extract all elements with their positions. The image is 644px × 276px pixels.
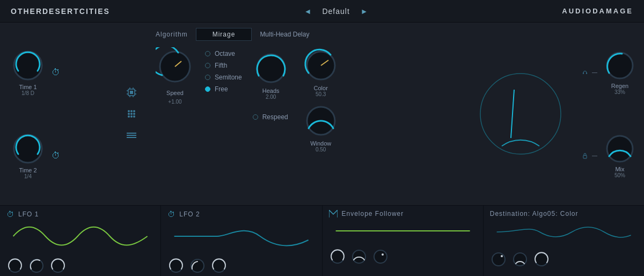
regen-knob-container: Regen 33% [604, 49, 636, 95]
lfo2-knob2[interactable] [189, 257, 206, 274]
regen-value: 33% [614, 89, 625, 95]
svg-line-31 [511, 90, 514, 138]
time1-row: Time 1 1/8 D ⏱ [11, 48, 107, 96]
env-knob3[interactable] [372, 248, 389, 265]
color-knob[interactable] [303, 47, 339, 84]
radio-semitone[interactable]: Semitone [205, 74, 242, 81]
env-knobs [329, 248, 477, 265]
svg-point-12 [128, 110, 130, 112]
mix-knob[interactable] [604, 133, 636, 165]
env-knob2[interactable] [350, 248, 368, 265]
preset-next-button[interactable]: ► [361, 7, 368, 16]
svg-point-30 [480, 74, 561, 154]
radio-octave[interactable]: Octave [205, 50, 242, 57]
time2-label: Time 2 [19, 167, 36, 173]
radio-free[interactable]: Free [205, 85, 242, 93]
main-content: Time 1 1/8 D ⏱ Time 2 1/4 ⏱ [0, 23, 644, 205]
time1-clock-icon[interactable]: ⏱ [52, 68, 60, 77]
env-title: Envelope Follower [342, 210, 404, 217]
time1-label: Time 1 [19, 84, 36, 90]
heads-knob-container: Heads 2.00 [253, 50, 289, 100]
brand-name: OTHERDESERTCITIES [11, 7, 110, 16]
time2-knob[interactable] [11, 132, 45, 166]
dest-knob1[interactable] [490, 251, 507, 268]
lfo1-knob3[interactable] [49, 257, 67, 274]
time1-knob-container: Time 1 1/8 D [11, 48, 45, 96]
heads-label: Heads [262, 88, 280, 94]
svg-point-15 [128, 113, 130, 115]
regen-knob[interactable] [604, 49, 636, 82]
respeed-dot [253, 114, 258, 120]
svg-point-0 [14, 52, 42, 79]
icon-panel [118, 23, 145, 205]
svg-rect-23 [127, 137, 136, 138]
respeed-checkbox[interactable]: Respeed [253, 113, 288, 121]
middle-panel: Algorithm Mirage Multi-Head Delay Speed … [145, 23, 467, 205]
lfo2-clock-icon[interactable]: ⏱ [167, 210, 175, 219]
svg-point-50 [492, 253, 505, 266]
svg-rect-22 [127, 135, 136, 136]
regen-label: Regen [611, 83, 628, 89]
algorithm-description: Multi-Head Delay [260, 31, 309, 38]
lfo2-title: LFO 2 [179, 210, 200, 218]
color-label: Color [314, 85, 328, 91]
radio-dot-semitone [205, 75, 210, 80]
grid-icon[interactable] [126, 108, 137, 120]
lfo2-knob3[interactable] [210, 257, 228, 274]
svg-rect-33 [586, 72, 587, 74]
radio-group: Octave Fifth Semitone Free [205, 50, 242, 152]
radio-fifth[interactable]: Fifth [205, 62, 242, 69]
lfo1-knobs [6, 257, 154, 274]
window-knob[interactable] [303, 103, 339, 139]
dest-knob2[interactable] [511, 251, 529, 268]
dest-wave [490, 220, 638, 244]
env-header: Envelope Follower [329, 210, 477, 217]
env-line [329, 220, 477, 242]
right-panel: — Regen 33% — Mix 5 [574, 23, 644, 205]
regen-row: — Regen 33% [582, 49, 636, 95]
brand-other: OTHER [11, 7, 42, 16]
lfo2-knobs [167, 257, 315, 274]
svg-point-51 [501, 255, 503, 257]
preset-prev-button[interactable]: ◄ [304, 7, 312, 16]
heads-knob[interactable] [253, 50, 289, 86]
env-knob1[interactable] [329, 248, 346, 265]
mix-value: 50% [614, 172, 625, 178]
time1-knob[interactable] [11, 48, 45, 83]
window-value: 0.50 [316, 147, 326, 152]
svg-point-17 [133, 113, 135, 115]
dest-knob3[interactable] [533, 251, 550, 268]
svg-point-14 [133, 110, 135, 112]
dest-header: Destination: Algo05: Color [490, 210, 638, 217]
radio-dot-fifth [205, 63, 210, 68]
window-label: Window [310, 140, 331, 147]
algorithm-value[interactable]: Mirage [196, 28, 252, 41]
envelope-section: Envelope Follower [323, 206, 484, 276]
audio-label: AUDIO [562, 7, 592, 15]
color-knob-container: Color 50.3 [303, 47, 339, 97]
lfo2-knob1[interactable] [167, 257, 185, 274]
svg-point-20 [133, 115, 135, 118]
lfo2-wave [167, 221, 315, 251]
lfo1-section: ⏱ LFO 1 [0, 206, 161, 276]
preset-nav: ◄ Default ► [304, 7, 368, 16]
speed-knob[interactable] [156, 47, 194, 86]
lfo1-knob1[interactable] [6, 257, 24, 274]
bars-icon[interactable] [126, 129, 137, 141]
algorithm-label: Algorithm [156, 31, 188, 38]
mix-label: Mix [615, 166, 624, 172]
lock-icon[interactable] [582, 151, 588, 161]
brand-cities: CITIES [79, 7, 110, 16]
headphone-icon [582, 68, 588, 77]
speed-value: +1.00 [168, 99, 181, 105]
cpu-icon[interactable] [126, 86, 137, 98]
lfo1-clock-icon[interactable]: ⏱ [6, 210, 14, 219]
brand-desert: DESERT [42, 7, 79, 16]
lfo1-header: ⏱ LFO 1 [6, 210, 154, 219]
svg-rect-3 [130, 91, 133, 94]
lfo1-knob2[interactable] [28, 257, 45, 274]
mix-row: — Mix 50% [582, 133, 636, 178]
lfo2-section: ⏱ LFO 2 [161, 206, 322, 276]
radio-free-label: Free [215, 85, 228, 93]
time2-clock-icon[interactable]: ⏱ [52, 151, 60, 161]
